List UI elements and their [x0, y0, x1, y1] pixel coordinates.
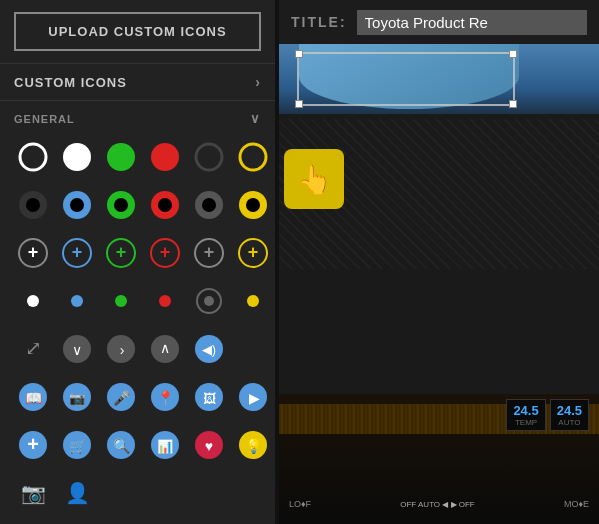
title-bar: TITLE:: [279, 0, 599, 44]
icon-grid-row5: ⤢ ∨ › ∧ ◀): [0, 330, 275, 378]
icon-record-blue[interactable]: [58, 186, 96, 224]
icon-plus-yellow[interactable]: +: [234, 234, 272, 272]
svg-text:📍: 📍: [157, 390, 175, 407]
svg-text:+: +: [160, 242, 171, 262]
title-input[interactable]: [357, 10, 587, 35]
icon-yellow-outline[interactable]: [234, 138, 272, 176]
icon-plus-red[interactable]: +: [146, 234, 184, 272]
svg-text:+: +: [72, 242, 83, 262]
custom-icons-label: CUSTOM ICONS: [14, 75, 127, 90]
icon-black-outline[interactable]: [190, 138, 228, 176]
chevron-up-icon[interactable]: ∧: [146, 330, 184, 368]
svg-text:📷: 📷: [69, 390, 86, 407]
svg-point-13: [158, 198, 172, 212]
chevron-right-icon[interactable]: ›: [102, 330, 140, 368]
svg-point-3: [151, 143, 179, 171]
icon-white-outline[interactable]: [14, 138, 52, 176]
svg-text:+: +: [116, 242, 127, 262]
svg-text:+: +: [27, 433, 39, 455]
svg-point-2: [107, 143, 135, 171]
hand-cursor-overlay: 👆: [284, 149, 344, 209]
icon-dot-white[interactable]: [14, 282, 52, 320]
camera2-icon[interactable]: 📷: [14, 474, 52, 512]
svg-text:⤢: ⤢: [25, 337, 42, 359]
volume-icon[interactable]: ◀): [190, 330, 228, 368]
icon-red-solid[interactable]: [146, 138, 184, 176]
icon-dot-red[interactable]: [146, 282, 184, 320]
icon-record-red[interactable]: [146, 186, 184, 224]
icon-white-solid[interactable]: [58, 138, 96, 176]
general-section-header[interactable]: GENERAL ∨: [0, 101, 275, 132]
empty-icon-1: [234, 330, 272, 368]
svg-text:📷: 📷: [21, 481, 46, 505]
icon-plus-white[interactable]: +: [14, 234, 52, 272]
person-icon[interactable]: 👤: [58, 474, 96, 512]
svg-point-30: [27, 295, 39, 307]
general-label: GENERAL: [14, 113, 75, 125]
shopping-cart-icon[interactable]: 🛒: [58, 426, 96, 464]
icon-dot-outline[interactable]: [190, 282, 228, 320]
microphone-icon[interactable]: 🎤: [102, 378, 140, 416]
svg-text:🎤: 🎤: [113, 390, 131, 407]
svg-point-36: [247, 295, 259, 307]
upload-custom-icons-button[interactable]: UPLOAD CUSTOM ICONS: [14, 12, 261, 51]
chart-icon[interactable]: 📊: [146, 426, 184, 464]
icon-plus-blue[interactable]: +: [58, 234, 96, 272]
icon-record-yellow[interactable]: [234, 186, 272, 224]
svg-point-7: [26, 198, 40, 212]
svg-text:▶: ▶: [249, 390, 260, 406]
svg-text:🖼: 🖼: [203, 391, 216, 406]
left-panel: UPLOAD CUSTOM ICONS CUSTOM ICONS › GENER…: [0, 0, 275, 524]
title-label: TITLE:: [291, 14, 347, 30]
book-icon[interactable]: 📖: [14, 378, 52, 416]
svg-point-0: [20, 144, 46, 170]
icon-grid-row8: 📷 👤: [0, 474, 275, 524]
icon-dot-yellow[interactable]: [234, 282, 272, 320]
icon-record-green[interactable]: [102, 186, 140, 224]
lightbulb-icon[interactable]: 💡: [234, 426, 272, 464]
icon-plus-green[interactable]: +: [102, 234, 140, 272]
svg-point-5: [240, 144, 266, 170]
svg-point-32: [115, 295, 127, 307]
custom-icons-section[interactable]: CUSTOM ICONS ›: [0, 63, 275, 101]
svg-text:∧: ∧: [160, 340, 170, 356]
svg-text:🔍: 🔍: [113, 438, 131, 455]
svg-point-4: [196, 144, 222, 170]
heart-icon[interactable]: ♥: [190, 426, 228, 464]
svg-text:+: +: [248, 242, 259, 262]
svg-text:♥: ♥: [205, 438, 213, 454]
icon-record-black[interactable]: [190, 186, 228, 224]
svg-point-1: [63, 143, 91, 171]
icon-grid-row4: [0, 282, 275, 330]
location-icon[interactable]: 📍: [146, 378, 184, 416]
icon-grid-row6: 📖 📷 🎤 📍 🖼 ▶: [0, 378, 275, 426]
svg-text:◀): ◀): [202, 342, 216, 357]
svg-text:📖: 📖: [25, 390, 43, 407]
icon-plus-gray[interactable]: +: [190, 234, 228, 272]
icon-dot-blue[interactable]: [58, 282, 96, 320]
svg-text:+: +: [204, 242, 215, 262]
icon-grid-row1: [0, 132, 275, 186]
svg-point-15: [202, 198, 216, 212]
icon-dot-green[interactable]: [102, 282, 140, 320]
icon-record-white[interactable]: [14, 186, 52, 224]
camera-icon[interactable]: 📷: [58, 378, 96, 416]
chevron-down-icon[interactable]: ∨: [58, 330, 96, 368]
play-icon[interactable]: ▶: [234, 378, 272, 416]
svg-text:📊: 📊: [157, 438, 174, 455]
icon-green-solid[interactable]: [102, 138, 140, 176]
move-icon[interactable]: ⤢: [14, 330, 52, 368]
svg-text:💡: 💡: [245, 438, 263, 455]
icon-grid-row3: + + + + + +: [0, 234, 275, 282]
svg-point-9: [70, 198, 84, 212]
svg-point-31: [71, 295, 83, 307]
svg-point-17: [246, 198, 260, 212]
custom-icons-chevron: ›: [255, 74, 261, 90]
add-icon[interactable]: +: [14, 426, 52, 464]
svg-text:∨: ∨: [72, 342, 82, 358]
svg-point-33: [159, 295, 171, 307]
svg-text:›: ›: [120, 342, 125, 358]
image-icon[interactable]: 🖼: [190, 378, 228, 416]
search-icon[interactable]: 🔍: [102, 426, 140, 464]
car-image-area: 👆 24.5 TEMP 24.5 AUTO LO♦F OFF AUTO ◀ ▶: [279, 44, 599, 524]
